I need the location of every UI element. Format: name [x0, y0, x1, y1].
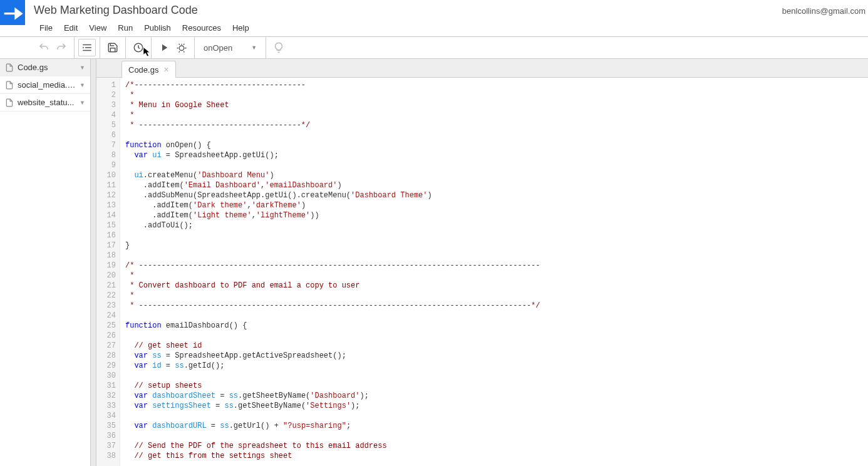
- run-button[interactable]: [155, 39, 173, 56]
- code-line[interactable]: var dashboardURL = ss.getUrl() + "?usp=s…: [125, 421, 868, 431]
- code-line[interactable]: *: [125, 271, 868, 281]
- code-line[interactable]: var dashboardSheet = ss.getSheetByName('…: [125, 391, 868, 401]
- menu-view[interactable]: View: [83, 21, 112, 35]
- lightbulb-button[interactable]: [270, 39, 287, 56]
- file-item[interactable]: website_statu...▼: [0, 94, 90, 111]
- file-sidebar: Code.gs▼social_media.gs▼website_statu...…: [0, 59, 91, 466]
- code-line[interactable]: *: [125, 110, 868, 120]
- code-line[interactable]: [125, 251, 868, 261]
- code-line[interactable]: ui.createMenu('Dashboard Menu'): [125, 170, 868, 180]
- code-line[interactable]: .addToUi();: [125, 220, 868, 230]
- code-line[interactable]: var id = ss.getId();: [125, 361, 868, 371]
- file-name: Code.gs: [18, 63, 76, 72]
- line-number: 32: [96, 391, 116, 401]
- line-number: 28: [96, 351, 116, 361]
- code-line[interactable]: *: [125, 291, 868, 301]
- code-line[interactable]: function onOpen() {: [125, 140, 868, 150]
- file-name: social_media.gs: [18, 80, 76, 90]
- function-selector[interactable]: onOpen ▼: [199, 41, 262, 55]
- code-line[interactable]: *: [125, 90, 868, 100]
- code-line[interactable]: .addSubMenu(SpreadsheetApp.getUi().creat…: [125, 190, 868, 200]
- line-number: 19: [96, 261, 116, 271]
- code-editor[interactable]: 1234567891011121314151617181920212223242…: [96, 78, 868, 466]
- editor-area: Code.gs × 123456789101112131415161718192…: [96, 59, 868, 466]
- code-content[interactable]: /*--------------------------------------…: [120, 78, 868, 466]
- line-number: 13: [96, 200, 116, 210]
- file-item[interactable]: Code.gs▼: [0, 59, 90, 76]
- code-line[interactable]: var settingsSheet = ss.getSheetByName('S…: [125, 401, 868, 411]
- code-line[interactable]: * ------------------------------------*/: [125, 120, 868, 130]
- code-line[interactable]: .addItem('Email Dashboard','emailDashboa…: [125, 180, 868, 190]
- menu-run[interactable]: Run: [112, 21, 138, 35]
- code-line[interactable]: [125, 311, 868, 321]
- toolbar: onOpen ▼: [0, 36, 868, 59]
- chevron-down-icon[interactable]: ▼: [80, 65, 85, 71]
- code-line[interactable]: // setup sheets: [125, 381, 868, 391]
- code-line[interactable]: .addItem('Dark theme','darkTheme'): [125, 200, 868, 210]
- line-number: 38: [96, 451, 116, 461]
- line-number: 8: [96, 150, 116, 160]
- menu-edit[interactable]: Edit: [58, 21, 83, 35]
- save-button[interactable]: [104, 39, 121, 56]
- code-line[interactable]: var ui = SpreadsheetApp.getUi();: [125, 150, 868, 160]
- line-number: 6: [96, 130, 116, 140]
- line-number: 24: [96, 311, 116, 321]
- svg-point-4: [179, 46, 184, 51]
- line-number: 7: [96, 140, 116, 150]
- chevron-down-icon[interactable]: ▼: [80, 100, 85, 106]
- menu-publish[interactable]: Publish: [138, 21, 177, 35]
- menu-help[interactable]: Help: [227, 21, 255, 35]
- chevron-down-icon[interactable]: ▼: [80, 82, 85, 88]
- svg-rect-0: [83, 44, 91, 46]
- code-line[interactable]: * --------------------------------------…: [125, 301, 868, 311]
- document-title[interactable]: Web Marketing Dashboard Code: [34, 4, 782, 17]
- line-number: 30: [96, 371, 116, 381]
- line-number: 14: [96, 210, 116, 220]
- line-number: 17: [96, 241, 116, 251]
- code-line[interactable]: * Menu in Google Sheet: [125, 100, 868, 110]
- code-line[interactable]: [125, 130, 868, 140]
- code-line[interactable]: [125, 411, 868, 421]
- line-number: 29: [96, 361, 116, 371]
- line-number: 26: [96, 331, 116, 341]
- pane-divider[interactable]: [91, 59, 96, 466]
- function-selector-label: onOpen: [204, 43, 232, 53]
- code-line[interactable]: /*--------------------------------------: [125, 80, 868, 90]
- line-number: 10: [96, 170, 116, 180]
- main-area: Code.gs▼social_media.gs▼website_statu...…: [0, 59, 868, 466]
- debug-button[interactable]: [173, 39, 190, 56]
- line-number: 22: [96, 291, 116, 301]
- line-gutter: 1234567891011121314151617181920212223242…: [96, 78, 120, 466]
- redo-button[interactable]: [53, 39, 70, 56]
- code-line[interactable]: [125, 331, 868, 341]
- close-icon[interactable]: ×: [163, 65, 168, 75]
- menu-resources[interactable]: Resources: [177, 21, 227, 35]
- app-logo-icon[interactable]: [0, 0, 25, 25]
- user-email[interactable]: benlcollins@gmail.com: [782, 0, 868, 16]
- triggers-button[interactable]: [130, 39, 147, 56]
- code-line[interactable]: function emailDashboard() {: [125, 321, 868, 331]
- code-line[interactable]: [125, 371, 868, 381]
- svg-rect-2: [83, 50, 91, 51]
- undo-button[interactable]: [35, 39, 53, 56]
- code-line[interactable]: * Convert dashboard to PDF and email a c…: [125, 281, 868, 291]
- code-line[interactable]: [125, 230, 868, 241]
- code-line[interactable]: .addItem('Light theme','lightTheme')): [125, 210, 868, 220]
- editor-tab[interactable]: Code.gs ×: [121, 61, 176, 78]
- code-line[interactable]: // get sheet id: [125, 341, 868, 351]
- code-line[interactable]: var ss = SpreadsheetApp.getActiveSpreads…: [125, 351, 868, 361]
- code-line[interactable]: // get this from the settings sheet: [125, 451, 868, 461]
- file-item[interactable]: social_media.gs▼: [0, 76, 90, 94]
- code-line[interactable]: [125, 431, 868, 441]
- menu-file[interactable]: File: [34, 21, 58, 35]
- code-line[interactable]: /* -------------------------------------…: [125, 261, 868, 271]
- line-number: 1: [96, 80, 116, 90]
- line-number: 37: [96, 441, 116, 451]
- code-line[interactable]: }: [125, 241, 868, 251]
- indent-button[interactable]: [78, 39, 96, 56]
- code-line[interactable]: [125, 160, 868, 170]
- line-number: 31: [96, 381, 116, 391]
- code-line[interactable]: // Send the PDF of the spreadsheet to th…: [125, 441, 868, 451]
- line-number: 33: [96, 401, 116, 411]
- line-number: 21: [96, 281, 116, 291]
